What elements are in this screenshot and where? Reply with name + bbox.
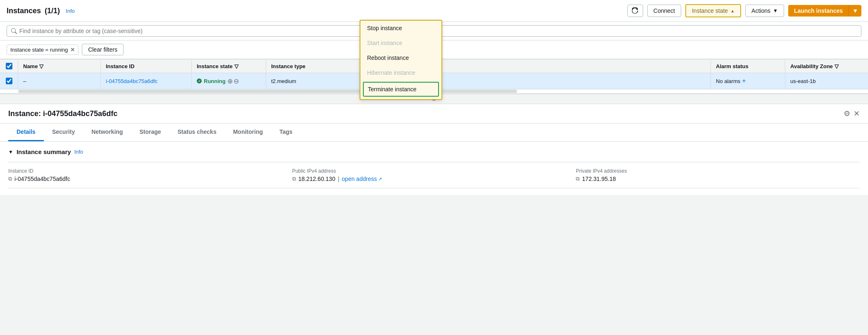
copy-public-ip-icon[interactable]: ⧉ — [292, 176, 296, 182]
panel-settings-icon[interactable]: ⚙ — [844, 109, 850, 118]
section-header: ▼ Instance summary Info — [8, 148, 860, 155]
tabs: Details Security Networking Storage Stat… — [0, 124, 868, 142]
panel-body: ▼ Instance summary Info Instance ID ⧉ i-… — [0, 142, 868, 195]
tab-storage[interactable]: Storage — [131, 124, 169, 141]
row-instance-type-cell: t2.medium — [266, 73, 711, 89]
zoom-icons: ⊕ ⊖ — [227, 77, 239, 85]
top-bar: Instances (1/1) Info Connect Instance st… — [0, 0, 868, 22]
dropdown-reboot-instance[interactable]: Reboot instance — [360, 50, 441, 65]
details-grid: Instance ID ⧉ i-04755da4bc75a6dfc Public… — [8, 162, 860, 188]
section-info-link[interactable]: Info — [74, 149, 83, 155]
th-name[interactable]: Name ▽ — [18, 60, 101, 73]
detail-instance-id: Instance ID ⧉ i-04755da4bc75a6dfc — [8, 162, 292, 188]
refresh-button[interactable] — [627, 5, 643, 17]
row-checkbox-cell — [0, 73, 18, 89]
panel-close-icon[interactable]: ✕ — [854, 109, 860, 118]
filter-tag: Instance state = running ✕ — [7, 45, 79, 55]
row-alarm-cell: No alarms + — [711, 73, 785, 89]
panel-actions: ⚙ ✕ — [844, 109, 860, 118]
detail-public-ipv4: Public IPv4 address ⧉ 18.212.60.130 | op… — [292, 162, 576, 188]
az-sort-icon: ▽ — [835, 63, 839, 69]
dropdown-terminate-instance[interactable]: Terminate instance — [363, 82, 439, 97]
info-link[interactable]: Info — [66, 8, 75, 14]
th-instance-type: Instance type — [266, 60, 711, 73]
th-instance-id: Instance ID — [101, 60, 192, 73]
launch-group: Launch instances ▼ — [788, 5, 861, 17]
launch-instances-button[interactable]: Launch instances — [788, 5, 849, 17]
section-chevron-icon[interactable]: ▼ — [8, 149, 13, 155]
detail-instance-id-value: ⧉ i-04755da4bc75a6dfc — [8, 176, 284, 182]
zoom-out-icon[interactable]: ⊖ — [234, 77, 239, 85]
tab-security[interactable]: Security — [44, 124, 83, 141]
external-link-icon: ↗︎ — [378, 176, 382, 182]
add-alarm-icon[interactable]: + — [742, 77, 746, 85]
tab-networking[interactable]: Networking — [83, 124, 131, 141]
scrollbar-track[interactable] — [18, 90, 517, 93]
copy-private-ip-icon[interactable]: ⧉ — [576, 176, 579, 182]
actions-button[interactable]: Actions ▼ — [745, 5, 784, 17]
actions-chevron-icon: ▼ — [773, 8, 778, 14]
panel-header: Instance: i-04755da4bc75a6dfc ⚙ ✕ — [0, 104, 868, 124]
select-all-checkbox[interactable] — [6, 63, 12, 69]
tab-tags[interactable]: Tags — [271, 124, 301, 141]
tab-details[interactable]: Details — [8, 124, 44, 141]
state-dot-icon — [197, 78, 202, 83]
search-icon — [11, 28, 17, 34]
dropdown-hibernate-instance[interactable]: Hibernate instance — [360, 65, 441, 80]
open-address-link[interactable]: open address ↗︎ — [342, 176, 382, 182]
detail-public-ipv4-value: ⧉ 18.212.60.130 | open address ↗︎ — [292, 176, 568, 182]
state-running-indicator: Running — [197, 78, 226, 84]
tab-monitoring[interactable]: Monitoring — [225, 124, 271, 141]
row-instance-id-cell[interactable]: i-04755da4bc75a6dfc — [101, 73, 192, 89]
row-instance-state-cell: Running ⊕ ⊖ — [192, 73, 266, 89]
copy-instance-id-icon[interactable]: ⧉ — [8, 176, 12, 182]
detail-private-ipv4-value: ⧉ 172.31.95.18 — [576, 176, 851, 182]
tab-status-checks[interactable]: Status checks — [169, 124, 225, 141]
instance-state-button[interactable]: Instance state ▲ — [685, 4, 741, 17]
instance-state-sort-icon: ▽ — [234, 63, 238, 69]
th-checkbox — [0, 59, 18, 73]
dropdown-stop-instance[interactable]: Stop instance — [360, 21, 441, 36]
page-title: Instances (1/1) — [7, 7, 60, 15]
dropdown-start-instance[interactable]: Start instance — [360, 36, 441, 50]
instance-state-arrow-icon: ▲ — [730, 9, 734, 13]
row-name-cell: – — [18, 73, 101, 89]
instance-state-dropdown: Stop instance Start instance Reboot inst… — [360, 20, 442, 100]
row-checkbox[interactable] — [6, 78, 12, 84]
name-sort-icon: ▽ — [39, 63, 43, 69]
zoom-in-icon[interactable]: ⊕ — [227, 77, 233, 85]
row-az-cell: us-east-1b — [785, 73, 868, 89]
detail-private-ipv4: Private IPv4 addresses ⧉ 172.31.95.18 — [576, 162, 860, 188]
lower-panel: ≡ Instance: i-04755da4bc75a6dfc ⚙ ✕ Deta… — [0, 94, 868, 195]
th-availability-zone[interactable]: Availability Zone ▽ — [785, 60, 868, 73]
clear-filters-button[interactable]: Clear filters — [82, 44, 124, 55]
th-alarm-status: Alarm status — [711, 60, 785, 73]
panel-title: Instance: i-04755da4bc75a6dfc — [8, 109, 117, 118]
filter-remove-button[interactable]: ✕ — [70, 47, 75, 53]
launch-instances-arrow-button[interactable]: ▼ — [849, 5, 861, 17]
th-instance-state[interactable]: Instance state ▽ — [192, 60, 266, 73]
connect-button[interactable]: Connect — [647, 5, 681, 17]
